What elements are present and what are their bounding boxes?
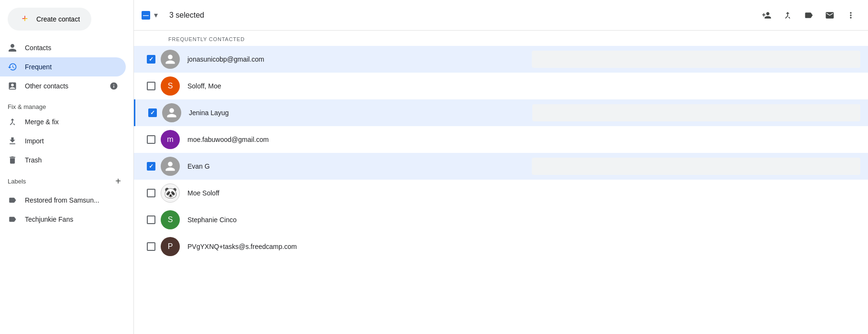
contact-row[interactable]: 🐼 Moe Soloff (134, 180, 868, 206)
contact-name-5: Evan G (187, 162, 516, 170)
label-button[interactable] (799, 6, 818, 25)
contact-detail-placeholder-3 (532, 104, 860, 121)
checked-icon-5 (147, 162, 155, 171)
label-item-restored[interactable]: Restored from Samsun... (0, 191, 126, 210)
contact-avatar-4: m (161, 130, 180, 149)
create-contact-button[interactable]: Create contact (8, 8, 91, 31)
sidebar-item-contacts[interactable]: Contacts (0, 38, 126, 57)
contact-checkbox-6[interactable] (142, 183, 161, 203)
sidebar-item-other-contacts[interactable]: Other contacts (0, 76, 126, 96)
sidebar-item-merge-fix-label: Merge & fix (25, 118, 59, 126)
merge-button[interactable] (778, 6, 797, 25)
history-icon (8, 62, 17, 72)
labels-title: Labels (8, 178, 26, 185)
sidebar-item-frequent[interactable]: Frequent (0, 57, 126, 76)
toolbar-actions (757, 6, 860, 25)
create-contact-label: Create contact (36, 15, 80, 23)
contacts-area: FREQUENTLY CONTACTED jonasunicobp@gmail.… (134, 31, 868, 334)
contact-row[interactable]: Evan G (134, 153, 868, 180)
contact-avatar-8: P (161, 237, 180, 256)
contact-row[interactable]: P PVgYXNQ+tasks@s.freedcamp.com (134, 233, 868, 260)
fix-manage-label: Fix & manage (0, 96, 133, 112)
merge-icon (8, 117, 17, 127)
selected-count-label: 3 selected (169, 11, 204, 20)
person-icon (8, 43, 17, 53)
contact-name-7: Stephanie Cinco (187, 216, 860, 224)
contact-row[interactable]: S Soloff, Moe (134, 73, 868, 99)
contact-avatar-6: 🐼 (161, 183, 180, 203)
contact-avatar-3 (162, 103, 181, 122)
checked-icon-1 (147, 55, 155, 64)
contact-name-2: Soloff, Moe (187, 82, 860, 90)
trash-icon (8, 155, 17, 165)
add-to-contacts-button[interactable] (757, 6, 776, 25)
contact-avatar-1 (161, 50, 180, 69)
sidebar: Create contact Contacts Frequent Other c… (0, 0, 134, 334)
sidebar-item-merge-fix[interactable]: Merge & fix (0, 112, 126, 131)
unchecked-icon-4 (147, 135, 155, 144)
select-all-checkbox[interactable] (142, 11, 150, 20)
label-item-techjunkie-label: Techjunkie Fans (25, 215, 73, 223)
contact-detail-placeholder-1 (532, 51, 861, 68)
contact-checkbox-4[interactable] (142, 130, 161, 149)
sidebar-item-import-label: Import (25, 137, 44, 145)
person-add-icon (8, 81, 17, 91)
unchecked-icon-2 (147, 82, 155, 90)
select-all-area[interactable]: ▾ (142, 9, 160, 22)
add-label-button[interactable]: + (110, 173, 126, 189)
sidebar-item-frequent-label: Frequent (25, 63, 52, 71)
contact-avatar-7: S (161, 210, 180, 229)
sidebar-item-contacts-label: Contacts (25, 44, 51, 52)
contact-row[interactable]: Jenina Layug (134, 99, 868, 126)
contact-name-6: Moe Soloff (187, 189, 860, 197)
more-options-button[interactable] (841, 6, 860, 25)
contact-checkbox-1[interactable] (142, 50, 161, 69)
contact-row[interactable]: S Stephanie Cinco (134, 206, 868, 233)
checked-icon-3 (148, 108, 157, 117)
label-icon-restored (8, 195, 17, 205)
import-icon (8, 136, 17, 146)
main-content: ▾ 3 selected FREQUENTLY CONTACTED (134, 0, 868, 334)
contact-checkbox-7[interactable] (142, 210, 161, 229)
unchecked-icon-6 (147, 189, 155, 197)
contact-checkbox-2[interactable] (142, 76, 161, 96)
contact-name-8: PVgYXNQ+tasks@s.freedcamp.com (187, 243, 860, 250)
contact-checkbox-8[interactable] (142, 237, 161, 256)
contact-checkbox-5[interactable] (142, 157, 161, 176)
other-contacts-info-icon[interactable] (110, 82, 118, 90)
contact-detail-placeholder-5 (532, 158, 861, 175)
contact-checkbox-3[interactable] (143, 103, 162, 122)
contact-row[interactable]: m moe.fabuwood@gmail.com (134, 126, 868, 153)
select-dropdown-arrow[interactable]: ▾ (152, 9, 160, 22)
sidebar-item-import[interactable]: Import (0, 131, 126, 151)
contact-avatar-5 (161, 157, 180, 176)
label-item-techjunkie[interactable]: Techjunkie Fans (0, 210, 126, 229)
plus-icon (19, 13, 31, 25)
label-item-restored-label: Restored from Samsun... (25, 196, 99, 204)
unchecked-icon-8 (147, 242, 155, 251)
unchecked-icon-7 (147, 215, 155, 224)
frequently-contacted-header: FREQUENTLY CONTACTED (134, 31, 868, 46)
contact-name-1: jonasunicobp@gmail.com (187, 55, 516, 63)
toolbar: ▾ 3 selected (134, 0, 868, 31)
contact-avatar-2: S (161, 76, 180, 96)
send-email-button[interactable] (820, 6, 839, 25)
label-icon-techjunkie (8, 215, 17, 224)
sidebar-item-other-contacts-label: Other contacts (25, 82, 68, 90)
sidebar-item-trash[interactable]: Trash (0, 151, 126, 170)
contact-row[interactable]: jonasunicobp@gmail.com (134, 46, 868, 73)
labels-header: Labels + (0, 170, 133, 191)
sidebar-item-trash-label: Trash (25, 156, 42, 164)
contact-name-3: Jenina Layug (189, 109, 517, 117)
contact-name-4: moe.fabuwood@gmail.com (187, 136, 860, 143)
